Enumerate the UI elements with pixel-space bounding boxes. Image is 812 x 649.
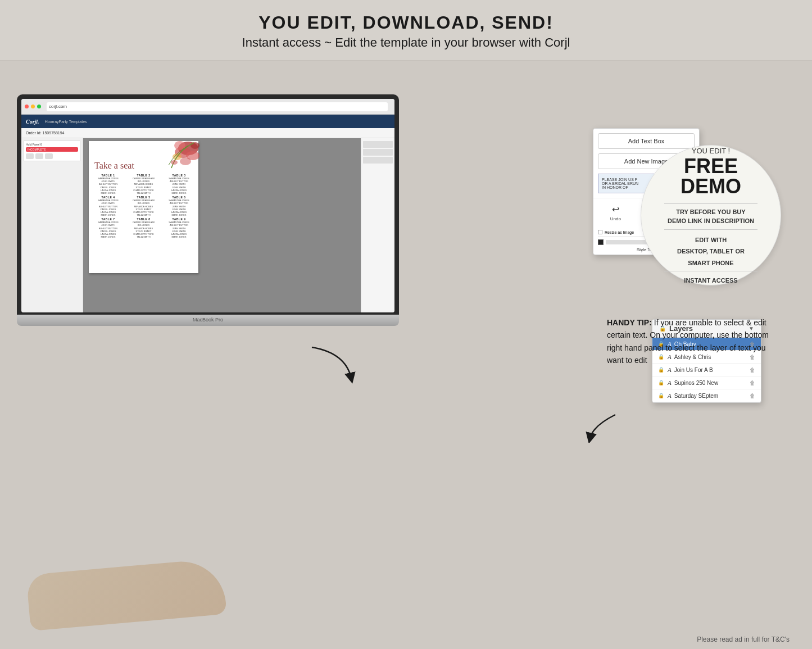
seating-table-item: TABLE 5CARRIE BRADSHAWBIG JONESMIRANDA H… (126, 196, 161, 216)
demo-demo-label: DEMO (681, 176, 741, 197)
status-badge: INCOMPLETE (26, 147, 78, 152)
layer-text-label: Supinos 250 New (674, 380, 747, 386)
layer-delete-icon[interactable]: 🗑 (750, 367, 755, 373)
handy-tip-section: HANDY TIP: If you are unable to select &… (607, 316, 781, 367)
resize-label: Resize as Image (605, 230, 634, 234)
layer-item[interactable]: 🔒 A Saturday SEptem 🗑 (652, 389, 761, 402)
toolbar-item (363, 141, 393, 148)
close-dot (25, 105, 29, 108)
corjl-nav: Corjl. HoorrayParty Templates (21, 115, 394, 128)
layer-type-icon: A (668, 379, 672, 386)
undo-icon: ↩ (609, 203, 622, 215)
curved-arrow-2 (582, 409, 627, 443)
demo-demo-link: DEMO LINK IN DESCRIPTION (668, 216, 754, 226)
seating-table-item: TABLE 9SAMANTHA JONESASHLEY BUTTONJEAN S… (162, 217, 196, 238)
demo-divider-2 (664, 229, 757, 230)
mini-field: Hold Panel 6 (26, 143, 78, 146)
main-area: corjl.com Corjl. HoorrayParty Templates … (0, 61, 812, 649)
action-icons (26, 153, 78, 159)
action-icon-2[interactable] (35, 153, 43, 159)
layer-lock-icon: 🔒 (658, 380, 664, 385)
layer-text-label: Saturday SEptem (674, 393, 747, 399)
laptop-screen-inner: corjl.com Corjl. HoorrayParty Templates … (21, 99, 394, 312)
demo-smartphone-label: SMART PHONE (688, 258, 733, 268)
seating-table-item: TABLE 1SAMANTHA JONESJOHN SMITHASHLEY BU… (91, 174, 125, 194)
editor-area: Hold Panel 6 INCOMPLETE (21, 138, 394, 312)
layer-lock-icon: 🔒 (658, 393, 664, 398)
curved-arrow-1 (301, 342, 368, 387)
demo-instant-label: INSTANT ACCESS (684, 277, 737, 284)
hand-decoration (26, 558, 226, 631)
demo-you-edit: YOU EDIT ! (692, 147, 730, 155)
floral-decoration (155, 140, 199, 171)
svg-point-7 (171, 160, 178, 165)
editor-left-panel: Hold Panel 6 INCOMPLETE (21, 138, 83, 312)
add-text-box-button[interactable]: Add Text Box (598, 133, 695, 149)
laptop-brand: MacBook Pro (17, 315, 399, 323)
layer-delete-icon[interactable]: 🗑 (750, 380, 755, 386)
action-icon-3[interactable] (45, 153, 53, 159)
seating-table-item: TABLE 6SAMANTHA JONESASHLEY BUTTONJEAN S… (162, 196, 196, 216)
resize-checkbox[interactable] (598, 230, 602, 234)
corjl-nav-items: HoorrayParty Templates (45, 120, 87, 124)
top-banner: YOU EDIT, DOWNLOAD, SEND! Instant access… (0, 0, 812, 61)
demo-divider-1 (664, 203, 757, 204)
order-bar: Order Id: 1509758194 (21, 128, 394, 138)
undo-tool[interactable]: ↩ Undo (609, 203, 622, 221)
demo-edit-label: EDIT WITH (695, 235, 727, 245)
minimize-dot (31, 105, 35, 108)
seating-table-item: TABLE 3SAMANTHA JONESASHLEY BUTTONJEAN S… (162, 174, 196, 194)
banner-subtitle: Instant access ~ Edit the template in yo… (11, 35, 801, 50)
layer-type-icon: A (668, 392, 672, 399)
laptop-screen-outer: corjl.com Corjl. HoorrayParty Templates … (17, 94, 399, 315)
browser-url: corjl.com (47, 102, 388, 111)
mini-preview: Hold Panel 6 INCOMPLETE (24, 140, 80, 161)
seating-table-item: TABLE 2CARRIE BRADSHAWBIG JONESMIRANDA H… (126, 174, 161, 194)
svg-point-6 (180, 157, 191, 165)
handy-tip-label: HANDY TIP: (607, 318, 652, 327)
toolbar-item (363, 157, 393, 164)
action-icon-1[interactable] (26, 153, 34, 159)
banner-title: YOU EDIT, DOWNLOAD, SEND! (11, 12, 801, 33)
seating-chart-card: Take a seat TABLE 1SAMANTHA JONESJOHN SM… (89, 141, 198, 273)
seating-table-grid: TABLE 1SAMANTHA JONESJOHN SMITHASHLEY BU… (89, 172, 198, 240)
layer-text-label: Join Us For A B (674, 367, 747, 373)
layer-delete-icon[interactable]: 🗑 (750, 393, 755, 399)
free-demo-circle: YOU EDIT ! FREE DEMO TRY BEFORE YOU BUY … (641, 145, 781, 285)
corjl-brand: HoorrayParty Templates (45, 120, 87, 124)
seating-table-item: TABLE 7SAMANTHA JONESJOHN SMITHASHLEY BU… (91, 217, 125, 238)
maximize-dot (37, 105, 41, 108)
seating-title: Take a seat (94, 161, 134, 171)
undo-label: Undo (610, 216, 621, 221)
demo-devices-label: DESKTOP, TABLET OR (677, 247, 745, 256)
laptop-mockup: corjl.com Corjl. HoorrayParty Templates … (17, 94, 399, 326)
color-swatch[interactable] (598, 239, 604, 245)
editor-right-toolbar (361, 138, 394, 312)
seating-card-header: Take a seat (89, 141, 198, 172)
editor-canvas: Take a seat TABLE 1SAMANTHA JONESJOHN SM… (83, 138, 361, 312)
layer-lock-icon: 🔒 (658, 367, 664, 373)
seating-table-item: TABLE 4SAMANTHA JONESJOHN SMITHASHLEY BU… (91, 196, 125, 216)
order-id: Order Id: 1509758194 (26, 131, 65, 135)
demo-try-label: TRY BEFORE YOU BUY (676, 207, 745, 217)
corjl-logo: Corjl. (26, 119, 39, 125)
demo-divider-3 (664, 271, 757, 271)
seating-table-item: TABLE 8CARRIE BRADSHAWBIG JONESMIRANDA H… (126, 217, 161, 238)
layer-type-icon: A (668, 366, 672, 373)
toolbar-item (363, 149, 393, 156)
laptop-base: MacBook Pro (17, 315, 399, 326)
layer-item[interactable]: 🔒 A Supinos 250 New 🗑 (652, 376, 761, 389)
bottom-text: Please read ad in full for T&C's (697, 636, 790, 643)
browser-chrome: corjl.com (21, 99, 394, 115)
svg-point-4 (190, 142, 199, 149)
demo-free-label: FREE (684, 156, 738, 176)
